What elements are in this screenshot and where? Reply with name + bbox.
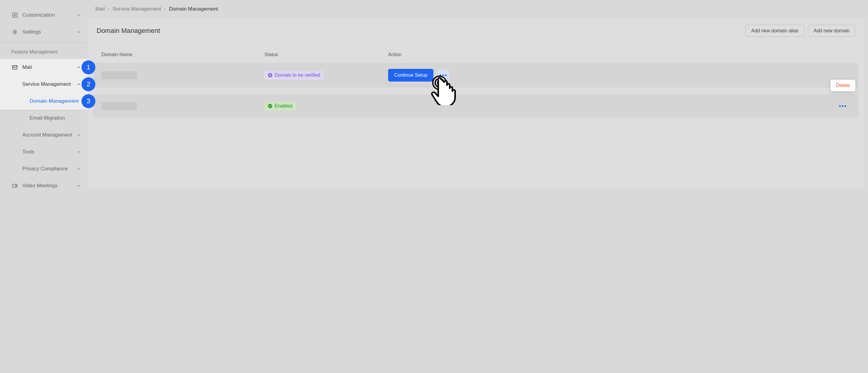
- chevron-down-icon: [76, 183, 82, 188]
- table-header-row: Domain Name Status Action: [94, 47, 858, 63]
- status-label: Domain to be verified: [275, 73, 320, 78]
- row-more-actions-button[interactable]: •••: [837, 100, 849, 112]
- page-title: Domain Management: [97, 27, 742, 35]
- column-header-action: Action: [388, 52, 850, 57]
- cell-domain-name: [101, 102, 265, 110]
- sidebar-item-label: Tools: [22, 149, 76, 155]
- table-row: Domain to be verified Continue Setup •••…: [94, 63, 858, 88]
- annotation-badge-1: 1: [82, 60, 95, 74]
- sidebar-item-settings[interactable]: Settings: [0, 24, 88, 40]
- chevron-down-icon: [76, 30, 82, 34]
- chevron-up-icon: [76, 82, 82, 86]
- gear-icon: [11, 29, 18, 35]
- delete-label: Delete: [836, 83, 850, 88]
- mail-icon: [11, 64, 18, 71]
- sidebar-section-label: Feature Management: [0, 47, 88, 59]
- sidebar-item-label: Privacy Compliance: [22, 166, 76, 172]
- status-badge-enabled: Enabled: [265, 102, 296, 111]
- svg-marker-4: [16, 184, 17, 187]
- column-header-domain-name: Domain Name: [101, 52, 265, 57]
- sidebar-item-label: Domain Management: [30, 98, 82, 104]
- customization-icon: [11, 12, 18, 19]
- breadcrumb-link-mail[interactable]: Mail: [95, 6, 105, 12]
- sidebar-item-video-meetings[interactable]: Video Meetings: [0, 177, 88, 194]
- cell-action: •••: [388, 100, 850, 112]
- row-more-actions-button[interactable]: •••: [438, 69, 449, 81]
- chevron-up-icon: [76, 65, 82, 69]
- sidebar-item-service-management[interactable]: Service Management 2: [0, 76, 88, 93]
- sidebar-item-mail[interactable]: Mail 1: [0, 59, 88, 76]
- breadcrumb: Mail Service Management Domain Managemen…: [88, 3, 868, 18]
- app-root: Customization Settings Feature Managemen…: [0, 0, 868, 373]
- annotation-badge-2: 2: [82, 77, 95, 91]
- cell-status: Domain to be verified: [265, 71, 388, 80]
- redacted-placeholder: [101, 102, 137, 110]
- annotation-badge-3: 3: [82, 94, 95, 108]
- svg-point-1: [14, 31, 16, 33]
- svg-rect-3: [13, 184, 16, 187]
- status-label: Enabled: [275, 103, 292, 109]
- sidebar-item-label: Email Migration: [30, 115, 82, 121]
- cell-status: Enabled: [265, 102, 388, 111]
- chevron-down-icon: [76, 167, 82, 171]
- status-badge-to-verify: Domain to be verified: [265, 71, 324, 80]
- chevron-down-icon: [76, 150, 82, 154]
- panel-header: Domain Management Add new domain alias A…: [88, 18, 864, 44]
- cell-action: Continue Setup •••: [388, 69, 850, 82]
- checkmark-circle-icon: [268, 104, 272, 108]
- delete-popover[interactable]: Delete: [831, 80, 855, 91]
- sidebar-item-domain-management[interactable]: Domain Management 3: [0, 93, 88, 110]
- panel: Domain Management Add new domain alias A…: [88, 18, 864, 187]
- sidebar-divider: [0, 42, 88, 42]
- sidebar-item-account-management[interactable]: Account Management: [0, 126, 88, 143]
- sidebar-item-label: Customization: [22, 12, 76, 18]
- status-dot-icon: [268, 73, 272, 77]
- sidebar-item-privacy-compliance[interactable]: Privacy Compliance: [0, 161, 88, 177]
- sidebar-item-label: Video Meetings: [22, 183, 76, 189]
- more-horizontal-icon: •••: [839, 103, 847, 109]
- sidebar-item-customization[interactable]: Customization: [0, 7, 88, 24]
- chevron-down-icon: [76, 133, 82, 137]
- sidebar-item-label: Account Management: [22, 132, 76, 138]
- domain-table: Domain Name Status Action Domain to be v…: [88, 44, 864, 118]
- breadcrumb-link-service-management[interactable]: Service Management: [113, 6, 161, 12]
- add-domain-button[interactable]: Add new domain: [808, 25, 855, 37]
- column-header-status: Status: [265, 52, 388, 57]
- continue-setup-button[interactable]: Continue Setup: [388, 69, 433, 82]
- chevron-down-icon: [76, 13, 82, 17]
- chevron-right-icon: [107, 7, 110, 10]
- sidebar-item-label: Service Management: [22, 81, 76, 87]
- table-row: Enabled •••: [94, 94, 858, 118]
- sidebar-item-email-migration[interactable]: Email Migration: [0, 110, 88, 126]
- redacted-placeholder: [101, 71, 137, 79]
- add-domain-alias-button[interactable]: Add new domain alias: [745, 25, 804, 37]
- more-horizontal-icon: •••: [439, 72, 447, 78]
- sidebar-item-label: Mail: [22, 64, 76, 70]
- video-icon: [11, 182, 18, 189]
- chevron-right-icon: [163, 7, 166, 10]
- sidebar-item-label: Settings: [22, 29, 76, 35]
- sidebar-item-tools[interactable]: Tools: [0, 143, 88, 161]
- cell-domain-name: [101, 71, 265, 79]
- breadcrumb-current: Domain Management: [169, 6, 218, 12]
- sidebar: Customization Settings Feature Managemen…: [0, 0, 88, 373]
- main-content: Mail Service Management Domain Managemen…: [88, 0, 868, 373]
